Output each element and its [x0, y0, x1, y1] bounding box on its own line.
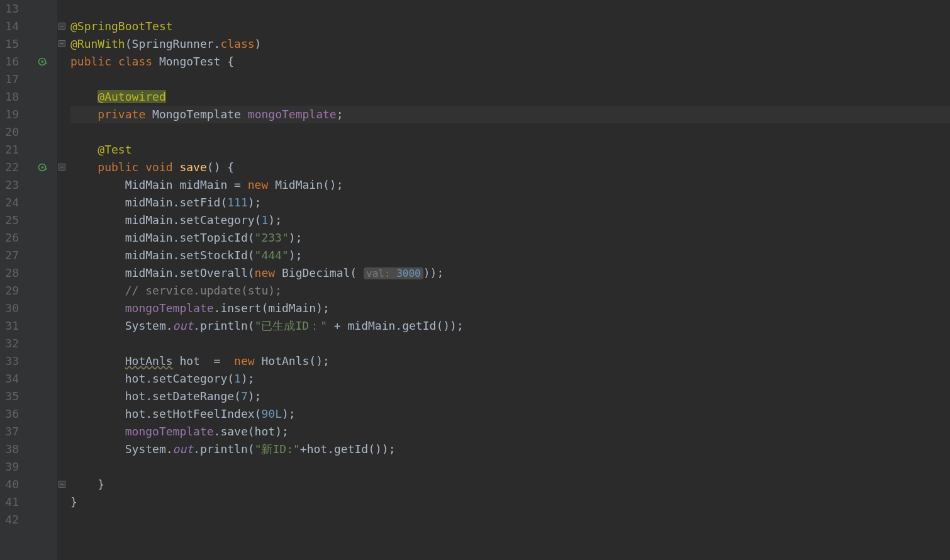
- code-line[interactable]: [70, 70, 950, 88]
- line-number: 34: [0, 370, 19, 388]
- line-number: 25: [0, 211, 19, 229]
- keyword: public: [70, 55, 111, 68]
- code-line[interactable]: [70, 123, 950, 141]
- code-text: hot.setHotFeelIndex(: [125, 407, 262, 420]
- code-line[interactable]: @Autowired: [70, 88, 950, 106]
- marker-column: [31, 0, 57, 560]
- code-line[interactable]: hot.setHotFeelIndex(90L);: [70, 405, 950, 423]
- code-line[interactable]: }: [70, 493, 950, 511]
- code-text: );: [282, 407, 296, 420]
- keyword: class: [118, 55, 152, 68]
- line-number: 18: [0, 88, 19, 106]
- code-line[interactable]: [70, 0, 950, 18]
- code-text: .insert(midMain);: [214, 301, 330, 315]
- code-line[interactable]: mongoTemplate.save(hot);: [70, 423, 950, 440]
- brace: {: [220, 55, 234, 68]
- code-line[interactable]: System.out.println("已生成ID：" + midMain.ge…: [70, 317, 950, 335]
- code-line-current[interactable]: private MongoTemplate mongoTemplate;: [70, 106, 950, 123]
- number: 1: [261, 213, 268, 227]
- code-text: midMain.setStockId(: [125, 249, 255, 262]
- code-text: );: [289, 249, 303, 262]
- static-field: out: [173, 319, 194, 332]
- class-name: MongoTest: [159, 55, 221, 68]
- code-line[interactable]: public void save() {: [70, 159, 950, 176]
- code-text: hot =: [173, 354, 235, 367]
- code-line[interactable]: HotAnls hot = new HotAnls();: [70, 352, 950, 370]
- fold-column: − − − −: [57, 0, 67, 560]
- code-line[interactable]: midMain.setCategory(1);: [70, 211, 950, 229]
- code-text: hot.setCategory(: [125, 372, 234, 385]
- code-line[interactable]: // service.update(stu);: [70, 282, 950, 300]
- code-text: System.: [125, 442, 173, 456]
- code-text: );: [248, 389, 262, 403]
- code-text: midMain.setFid(: [125, 196, 228, 209]
- line-number: 29: [0, 282, 19, 300]
- number: 90L: [261, 407, 282, 420]
- code-line[interactable]: public class MongoTest {: [70, 53, 950, 70]
- line-number-gutter: 1314151617181920212223242526272829303132…: [0, 0, 31, 560]
- code-line[interactable]: [70, 511, 950, 529]
- code-line[interactable]: @Test: [70, 141, 950, 159]
- line-number: 38: [0, 440, 19, 458]
- code-line[interactable]: midMain.setFid(111);: [70, 194, 950, 211]
- line-number: 32: [0, 335, 19, 352]
- code-line[interactable]: System.out.println("新ID:"+hot.getId());: [70, 440, 950, 458]
- number: 1: [234, 372, 241, 385]
- fold-toggle[interactable]: −: [59, 481, 65, 488]
- code-text: HotAnls();: [255, 354, 330, 367]
- code-line[interactable]: midMain.setTopicId("233");: [70, 229, 950, 247]
- code-text: );: [248, 196, 262, 209]
- line-number: 14: [0, 18, 19, 35]
- line-number: 21: [0, 141, 19, 159]
- brace: }: [98, 478, 104, 491]
- code-text: MidMain midMain =: [125, 178, 248, 191]
- line-number: 40: [0, 476, 19, 493]
- line-number: 31: [0, 317, 19, 335]
- fold-toggle[interactable]: −: [59, 23, 65, 30]
- line-number: 23: [0, 176, 19, 194]
- field: mongoTemplate: [125, 301, 214, 315]
- code-line[interactable]: @SpringBootTest: [70, 18, 950, 35]
- code-area[interactable]: @SpringBootTest @RunWith(SpringRunner.cl…: [67, 0, 950, 560]
- code-text: .save(hot);: [214, 425, 289, 438]
- run-test-marker[interactable]: [36, 159, 52, 176]
- run-test-marker[interactable]: [36, 53, 52, 70]
- code-text: +hot.getId());: [300, 442, 396, 456]
- code-text: + midMain.getId());: [327, 319, 464, 332]
- method-name: save: [179, 160, 206, 174]
- code-text: System.: [125, 319, 173, 332]
- code-line[interactable]: midMain.setStockId("444");: [70, 247, 950, 264]
- code-line[interactable]: MidMain midMain = new MidMain();: [70, 176, 950, 194]
- fold-toggle[interactable]: −: [59, 40, 65, 47]
- code-text: );: [241, 372, 255, 385]
- code-line[interactable]: hot.setCategory(1);: [70, 370, 950, 388]
- static-field: out: [173, 442, 194, 456]
- line-number: 16: [0, 53, 19, 70]
- keyword: private: [98, 108, 145, 121]
- code-text: () {: [207, 160, 234, 174]
- annotation: @RunWith: [70, 37, 125, 50]
- keyword: new: [248, 178, 269, 191]
- code-text: (SpringRunner.: [125, 37, 221, 50]
- code-text: midMain.setCategory(: [125, 213, 262, 227]
- line-number: 13: [0, 0, 19, 18]
- keyword: new: [255, 266, 276, 279]
- code-text: midMain.setTopicId(: [125, 231, 255, 244]
- code-line[interactable]: [70, 458, 950, 476]
- field: mongoTemplate: [248, 108, 337, 121]
- code-text: );: [268, 213, 282, 227]
- code-line[interactable]: midMain.setOverall(new BigDecimal( val: …: [70, 264, 950, 282]
- code-line[interactable]: hot.setDateRange(7);: [70, 388, 950, 405]
- line-number: 22: [0, 159, 19, 176]
- line-number: 28: [0, 264, 19, 282]
- string: "已生成ID：": [255, 319, 327, 332]
- fold-toggle[interactable]: −: [59, 164, 65, 171]
- code-line[interactable]: }: [70, 476, 950, 493]
- line-number: 26: [0, 229, 19, 247]
- line-number: 15: [0, 35, 19, 53]
- code-line[interactable]: mongoTemplate.insert(midMain);: [70, 300, 950, 317]
- code-line[interactable]: [70, 335, 950, 352]
- line-number: 39: [0, 458, 19, 476]
- code-line[interactable]: @RunWith(SpringRunner.class): [70, 35, 950, 53]
- brace: }: [70, 495, 77, 508]
